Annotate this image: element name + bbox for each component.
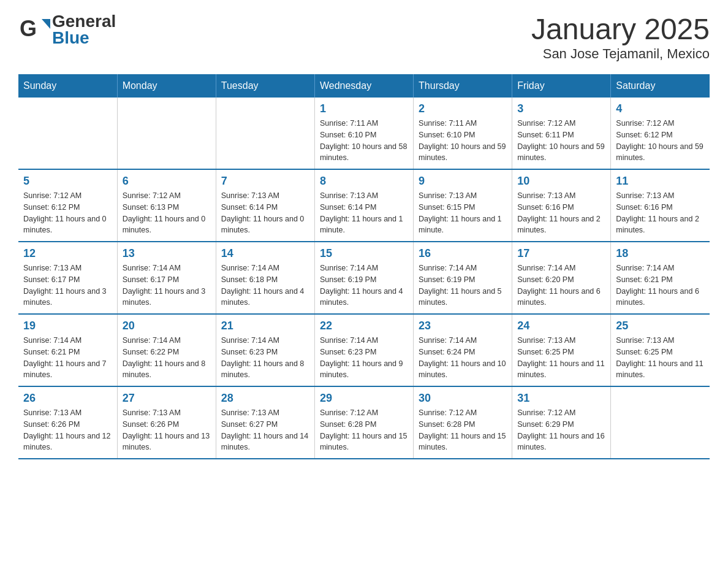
day-number: 25 <box>616 320 705 332</box>
sun-info: Sunrise: 7:13 AM Sunset: 6:16 PM Dayligh… <box>517 190 605 236</box>
calendar-cell: 27Sunrise: 7:13 AM Sunset: 6:26 PM Dayli… <box>117 386 216 459</box>
day-number: 21 <box>221 320 309 332</box>
sun-info: Sunrise: 7:12 AM Sunset: 6:29 PM Dayligh… <box>517 407 605 453</box>
day-number: 6 <box>123 175 211 188</box>
sun-info: Sunrise: 7:12 AM Sunset: 6:12 PM Dayligh… <box>616 118 705 164</box>
page-title: January 2025 <box>531 12 710 46</box>
calendar-cell <box>117 98 216 169</box>
sun-info: Sunrise: 7:12 AM Sunset: 6:11 PM Dayligh… <box>517 118 605 164</box>
day-number: 17 <box>517 247 605 260</box>
day-number: 28 <box>221 392 309 405</box>
sun-info: Sunrise: 7:14 AM Sunset: 6:21 PM Dayligh… <box>616 262 705 308</box>
day-number: 19 <box>23 320 112 332</box>
week-row-1: 1Sunrise: 7:11 AM Sunset: 6:10 PM Daylig… <box>18 98 710 169</box>
calendar-cell: 4Sunrise: 7:12 AM Sunset: 6:12 PM Daylig… <box>611 98 710 169</box>
logo-blue: Blue <box>52 28 89 47</box>
sun-info: Sunrise: 7:14 AM Sunset: 6:20 PM Dayligh… <box>517 262 605 308</box>
day-number: 2 <box>419 102 507 115</box>
week-row-2: 5Sunrise: 7:12 AM Sunset: 6:12 PM Daylig… <box>18 169 710 242</box>
sun-info: Sunrise: 7:12 AM Sunset: 6:13 PM Dayligh… <box>123 190 211 236</box>
day-number: 3 <box>517 102 605 115</box>
sun-info: Sunrise: 7:13 AM Sunset: 6:14 PM Dayligh… <box>320 190 408 236</box>
header-friday: Friday <box>512 74 611 98</box>
day-number: 11 <box>616 175 705 188</box>
title-block: January 2025 San Jose Tejamanil, Mexico <box>531 12 710 62</box>
sun-info: Sunrise: 7:14 AM Sunset: 6:19 PM Dayligh… <box>419 262 507 308</box>
day-number: 18 <box>616 247 705 260</box>
logo: G General Blue <box>18 12 116 48</box>
sun-info: Sunrise: 7:12 AM Sunset: 6:28 PM Dayligh… <box>419 407 507 453</box>
svg-marker-1 <box>42 19 50 29</box>
week-row-4: 19Sunrise: 7:14 AM Sunset: 6:21 PM Dayli… <box>18 314 710 386</box>
calendar-cell <box>18 98 117 169</box>
day-number: 5 <box>23 175 112 188</box>
day-number: 30 <box>419 392 507 405</box>
day-number: 24 <box>517 320 605 332</box>
weekday-header-row: Sunday Monday Tuesday Wednesday Thursday… <box>18 74 710 98</box>
calendar-cell: 23Sunrise: 7:14 AM Sunset: 6:24 PM Dayli… <box>414 314 512 386</box>
calendar-cell: 28Sunrise: 7:13 AM Sunset: 6:27 PM Dayli… <box>216 386 314 459</box>
sun-info: Sunrise: 7:12 AM Sunset: 6:12 PM Dayligh… <box>23 190 112 236</box>
calendar-cell: 8Sunrise: 7:13 AM Sunset: 6:14 PM Daylig… <box>314 169 413 242</box>
sun-info: Sunrise: 7:14 AM Sunset: 6:24 PM Dayligh… <box>419 335 507 381</box>
day-number: 26 <box>23 392 112 405</box>
day-number: 4 <box>616 102 705 115</box>
calendar-cell: 29Sunrise: 7:12 AM Sunset: 6:28 PM Dayli… <box>314 386 413 459</box>
svg-text:G: G <box>20 16 37 41</box>
calendar-cell: 17Sunrise: 7:14 AM Sunset: 6:20 PM Dayli… <box>512 242 611 314</box>
header-sunday: Sunday <box>18 74 117 98</box>
sun-info: Sunrise: 7:14 AM Sunset: 6:21 PM Dayligh… <box>23 335 112 381</box>
calendar-cell: 13Sunrise: 7:14 AM Sunset: 6:17 PM Dayli… <box>117 242 216 314</box>
sun-info: Sunrise: 7:13 AM Sunset: 6:14 PM Dayligh… <box>221 190 309 236</box>
calendar-cell: 18Sunrise: 7:14 AM Sunset: 6:21 PM Dayli… <box>611 242 710 314</box>
day-number: 16 <box>419 247 507 260</box>
calendar-cell: 2Sunrise: 7:11 AM Sunset: 6:10 PM Daylig… <box>414 98 512 169</box>
calendar-cell: 3Sunrise: 7:12 AM Sunset: 6:11 PM Daylig… <box>512 98 611 169</box>
week-row-3: 12Sunrise: 7:13 AM Sunset: 6:17 PM Dayli… <box>18 242 710 314</box>
calendar-cell <box>611 386 710 459</box>
calendar-cell: 30Sunrise: 7:12 AM Sunset: 6:28 PM Dayli… <box>414 386 512 459</box>
sun-info: Sunrise: 7:11 AM Sunset: 6:10 PM Dayligh… <box>419 118 507 164</box>
sun-info: Sunrise: 7:11 AM Sunset: 6:10 PM Dayligh… <box>320 118 408 164</box>
sun-info: Sunrise: 7:13 AM Sunset: 6:25 PM Dayligh… <box>616 335 705 381</box>
calendar-cell: 11Sunrise: 7:13 AM Sunset: 6:16 PM Dayli… <box>611 169 710 242</box>
day-number: 29 <box>320 392 408 405</box>
calendar-cell: 6Sunrise: 7:12 AM Sunset: 6:13 PM Daylig… <box>117 169 216 242</box>
header-thursday: Thursday <box>414 74 512 98</box>
calendar-cell: 15Sunrise: 7:14 AM Sunset: 6:19 PM Dayli… <box>314 242 413 314</box>
calendar-cell: 16Sunrise: 7:14 AM Sunset: 6:19 PM Dayli… <box>414 242 512 314</box>
calendar-cell: 21Sunrise: 7:14 AM Sunset: 6:23 PM Dayli… <box>216 314 314 386</box>
sun-info: Sunrise: 7:13 AM Sunset: 6:26 PM Dayligh… <box>23 407 112 453</box>
day-number: 8 <box>320 175 408 188</box>
calendar-cell: 26Sunrise: 7:13 AM Sunset: 6:26 PM Dayli… <box>18 386 117 459</box>
sun-info: Sunrise: 7:14 AM Sunset: 6:19 PM Dayligh… <box>320 262 408 308</box>
calendar-cell: 9Sunrise: 7:13 AM Sunset: 6:15 PM Daylig… <box>414 169 512 242</box>
day-number: 9 <box>419 175 507 188</box>
sun-info: Sunrise: 7:13 AM Sunset: 6:16 PM Dayligh… <box>616 190 705 236</box>
sun-info: Sunrise: 7:14 AM Sunset: 6:23 PM Dayligh… <box>221 335 309 381</box>
week-row-5: 26Sunrise: 7:13 AM Sunset: 6:26 PM Dayli… <box>18 386 710 459</box>
day-number: 14 <box>221 247 309 260</box>
calendar-cell: 14Sunrise: 7:14 AM Sunset: 6:18 PM Dayli… <box>216 242 314 314</box>
sun-info: Sunrise: 7:14 AM Sunset: 6:17 PM Dayligh… <box>123 262 211 308</box>
header-monday: Monday <box>117 74 216 98</box>
day-number: 15 <box>320 247 408 260</box>
sun-info: Sunrise: 7:13 AM Sunset: 6:15 PM Dayligh… <box>419 190 507 236</box>
header-wednesday: Wednesday <box>314 74 413 98</box>
logo-icon: G <box>18 13 52 47</box>
day-number: 13 <box>123 247 211 260</box>
sun-info: Sunrise: 7:14 AM Sunset: 6:22 PM Dayligh… <box>123 335 211 381</box>
calendar-cell <box>216 98 314 169</box>
sun-info: Sunrise: 7:13 AM Sunset: 6:26 PM Dayligh… <box>123 407 211 453</box>
sun-info: Sunrise: 7:13 AM Sunset: 6:27 PM Dayligh… <box>221 407 309 453</box>
day-number: 31 <box>517 392 605 405</box>
calendar-cell: 1Sunrise: 7:11 AM Sunset: 6:10 PM Daylig… <box>314 98 413 169</box>
sun-info: Sunrise: 7:13 AM Sunset: 6:25 PM Dayligh… <box>517 335 605 381</box>
calendar-cell: 24Sunrise: 7:13 AM Sunset: 6:25 PM Dayli… <box>512 314 611 386</box>
day-number: 10 <box>517 175 605 188</box>
calendar-cell: 5Sunrise: 7:12 AM Sunset: 6:12 PM Daylig… <box>18 169 117 242</box>
calendar-cell: 31Sunrise: 7:12 AM Sunset: 6:29 PM Dayli… <box>512 386 611 459</box>
day-number: 20 <box>123 320 211 332</box>
calendar-cell: 19Sunrise: 7:14 AM Sunset: 6:21 PM Dayli… <box>18 314 117 386</box>
sun-info: Sunrise: 7:14 AM Sunset: 6:18 PM Dayligh… <box>221 262 309 308</box>
